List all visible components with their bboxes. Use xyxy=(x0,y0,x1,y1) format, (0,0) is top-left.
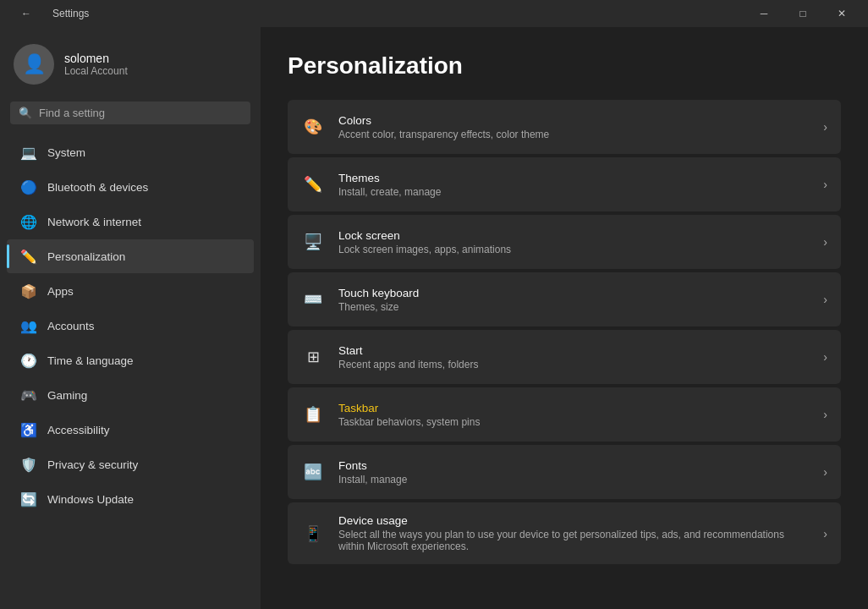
nav-icon-accounts: 👥 xyxy=(20,317,37,334)
sidebar-item-personalization[interactable]: ✏️ Personalization xyxy=(7,239,254,273)
settings-icon-start: ⊞ xyxy=(301,345,325,369)
settings-item-themes[interactable]: ✏️ Themes Install, create, manage › xyxy=(288,157,841,211)
nav-icon-personalization: ✏️ xyxy=(20,248,37,265)
settings-chevron-fonts: › xyxy=(823,465,827,479)
sidebar: 👤 solomen Local Account 🔍 💻 System 🔵 Blu… xyxy=(0,27,261,609)
nav-icon-accessibility: ♿ xyxy=(20,421,37,438)
settings-desc-touch-keyboard: Themes, size xyxy=(338,301,810,313)
user-info: solomen Local Account xyxy=(64,52,128,77)
settings-desc-start: Recent apps and items, folders xyxy=(338,359,810,370)
sidebar-item-system[interactable]: 💻 System xyxy=(7,135,254,169)
sidebar-item-label-system: System xyxy=(47,146,85,159)
settings-icon-lock-screen: 🖥️ xyxy=(301,230,325,254)
settings-title-taskbar: Taskbar xyxy=(338,402,810,414)
settings-text-themes: Themes Install, create, manage xyxy=(338,172,810,198)
settings-list: 🎨 Colors Accent color, transparency effe… xyxy=(288,100,841,564)
close-button[interactable]: ✕ xyxy=(822,0,861,27)
sidebar-item-label-time: Time & language xyxy=(47,354,134,367)
sidebar-item-accounts[interactable]: 👥 Accounts xyxy=(7,309,254,343)
settings-title-fonts: Fonts xyxy=(338,459,810,472)
search-input[interactable] xyxy=(39,107,242,119)
settings-title-colors: Colors xyxy=(338,114,810,127)
sidebar-item-label-personalization: Personalization xyxy=(47,250,125,263)
sidebar-item-apps[interactable]: 📦 Apps xyxy=(7,274,254,308)
settings-icon-themes: ✏️ xyxy=(301,173,325,196)
nav-icon-privacy: 🛡️ xyxy=(20,456,37,473)
nav-icon-network: 🌐 xyxy=(20,213,37,230)
sidebar-item-label-network: Network & internet xyxy=(47,216,141,228)
user-profile[interactable]: 👤 solomen Local Account xyxy=(0,27,261,98)
sidebar-item-gaming[interactable]: 🎮 Gaming xyxy=(7,378,254,412)
sidebar-item-privacy[interactable]: 🛡️ Privacy & security xyxy=(7,447,254,481)
nav-icon-gaming: 🎮 xyxy=(20,387,37,403)
sidebar-item-label-accounts: Accounts xyxy=(47,320,95,332)
settings-desc-fonts: Install, manage xyxy=(338,474,810,486)
settings-icon-taskbar: 📋 xyxy=(301,403,325,426)
settings-item-taskbar[interactable]: 📋 Taskbar Taskbar behaviors, system pins… xyxy=(288,387,841,442)
sidebar-item-accessibility[interactable]: ♿ Accessibility xyxy=(7,413,254,447)
search-icon: 🔍 xyxy=(19,107,32,119)
settings-text-lock-screen: Lock screen Lock screen images, apps, an… xyxy=(338,229,810,255)
sidebar-item-label-gaming: Gaming xyxy=(47,389,87,402)
settings-title-device-usage: Device usage xyxy=(338,514,810,527)
sidebar-item-label-apps: Apps xyxy=(47,285,74,298)
nav-icon-bluetooth: 🔵 xyxy=(20,178,37,195)
settings-desc-themes: Install, create, manage xyxy=(338,186,810,198)
search-box: 🔍 xyxy=(10,102,250,124)
sidebar-item-label-accessibility: Accessibility xyxy=(47,424,110,436)
settings-title-themes: Themes xyxy=(338,172,810,184)
settings-text-touch-keyboard: Touch keyboard Themes, size xyxy=(338,287,810,313)
settings-text-device-usage: Device usage Select all the ways you pla… xyxy=(338,514,810,552)
settings-item-lock-screen[interactable]: 🖥️ Lock screen Lock screen images, apps,… xyxy=(288,215,841,269)
settings-chevron-colors: › xyxy=(823,120,827,134)
titlebar-left: ← Settings xyxy=(7,0,89,27)
user-account-type: Local Account xyxy=(64,65,128,77)
sidebar-item-network[interactable]: 🌐 Network & internet xyxy=(7,205,254,239)
settings-text-taskbar: Taskbar Taskbar behaviors, system pins xyxy=(338,402,810,428)
avatar: 👤 xyxy=(14,44,54,85)
maximize-button[interactable]: □ xyxy=(783,0,822,27)
settings-icon-fonts: 🔤 xyxy=(301,460,325,484)
settings-chevron-themes: › xyxy=(823,178,827,191)
settings-chevron-start: › xyxy=(823,350,827,364)
settings-icon-colors: 🎨 xyxy=(301,115,325,139)
settings-desc-device-usage: Select all the ways you plan to use your… xyxy=(338,529,810,552)
settings-text-start: Start Recent apps and items, folders xyxy=(338,344,810,370)
search-container: 🔍 xyxy=(0,98,261,134)
settings-item-fonts[interactable]: 🔤 Fonts Install, manage › xyxy=(288,445,841,499)
settings-desc-colors: Accent color, transparency effects, colo… xyxy=(338,129,810,140)
settings-chevron-touch-keyboard: › xyxy=(823,293,827,306)
sidebar-item-label-privacy: Privacy & security xyxy=(47,458,138,471)
main-content: Personalization 🎨 Colors Accent color, t… xyxy=(261,27,868,609)
settings-chevron-taskbar: › xyxy=(823,408,827,421)
back-button[interactable]: ← xyxy=(7,0,46,27)
app-body: 👤 solomen Local Account 🔍 💻 System 🔵 Blu… xyxy=(0,27,868,609)
settings-item-colors[interactable]: 🎨 Colors Accent color, transparency effe… xyxy=(288,100,841,154)
settings-item-start[interactable]: ⊞ Start Recent apps and items, folders › xyxy=(288,330,841,384)
settings-item-device-usage[interactable]: 📱 Device usage Select all the ways you p… xyxy=(288,502,841,564)
sidebar-nav: 💻 System 🔵 Bluetooth & devices 🌐 Network… xyxy=(0,134,261,517)
settings-item-touch-keyboard[interactable]: ⌨️ Touch keyboard Themes, size › xyxy=(288,272,841,326)
settings-chevron-lock-screen: › xyxy=(823,235,827,249)
settings-icon-touch-keyboard: ⌨️ xyxy=(301,288,325,311)
settings-text-colors: Colors Accent color, transparency effect… xyxy=(338,114,810,140)
sidebar-item-time[interactable]: 🕐 Time & language xyxy=(7,343,254,377)
sidebar-item-bluetooth[interactable]: 🔵 Bluetooth & devices xyxy=(7,170,254,204)
nav-icon-update: 🔄 xyxy=(20,491,37,508)
settings-desc-taskbar: Taskbar behaviors, system pins xyxy=(338,416,810,428)
titlebar-controls: ─ □ ✕ xyxy=(744,0,861,27)
titlebar-title: Settings xyxy=(52,8,89,19)
nav-icon-time: 🕐 xyxy=(20,352,37,369)
settings-title-lock-screen: Lock screen xyxy=(338,229,810,242)
back-icon: ← xyxy=(21,8,31,19)
sidebar-item-label-update: Windows Update xyxy=(47,493,134,506)
sidebar-item-update[interactable]: 🔄 Windows Update xyxy=(7,482,254,516)
user-name: solomen xyxy=(64,52,128,65)
nav-icon-system: 💻 xyxy=(20,144,37,161)
titlebar: ← Settings ─ □ ✕ xyxy=(0,0,868,27)
page-title: Personalization xyxy=(288,52,841,80)
settings-icon-device-usage: 📱 xyxy=(301,522,325,546)
sidebar-item-label-bluetooth: Bluetooth & devices xyxy=(47,181,148,194)
settings-text-fonts: Fonts Install, manage xyxy=(338,459,810,486)
minimize-button[interactable]: ─ xyxy=(744,0,783,27)
